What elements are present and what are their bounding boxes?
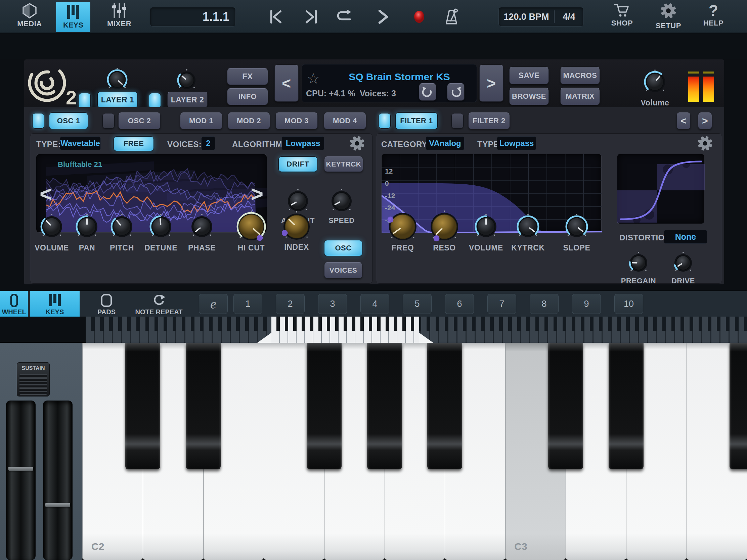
pattern-button-6[interactable]: 6 (445, 294, 474, 314)
skip-to-end-button[interactable] (302, 9, 320, 25)
layer2-tab[interactable]: LAYER 2 (167, 92, 208, 108)
phase-knob[interactable]: PHASE (182, 214, 222, 252)
pattern-button-8[interactable]: 8 (530, 294, 559, 314)
skip-to-start-button[interactable] (267, 9, 285, 25)
visible-range-window[interactable] (272, 317, 419, 343)
pattern-button-10[interactable]: 10 (614, 294, 643, 314)
hi-cut-knob[interactable]: HI CUT (231, 211, 272, 252)
wheel-tab[interactable]: WHEEL (0, 291, 29, 317)
pattern-button-1[interactable]: 1 (233, 294, 262, 314)
keytrck-button[interactable]: KEYTRCK (324, 156, 363, 172)
black-key[interactable] (548, 343, 583, 469)
osc-free-button[interactable]: FREE (113, 136, 154, 151)
fx-button[interactable]: FX (227, 68, 268, 85)
filter-settings-gear-icon[interactable] (697, 136, 713, 151)
undo-button[interactable] (419, 83, 436, 101)
pitch-knob[interactable]: PITCH (102, 214, 142, 252)
song-position-display[interactable]: 1.1.1 (150, 7, 236, 27)
matrix-button[interactable]: MATRIX (560, 88, 600, 105)
keys-tab[interactable]: KEYS (30, 291, 80, 317)
osc-algorithm-select[interactable]: Lowpass (281, 136, 325, 151)
osc-mode-button[interactable]: OSC (324, 240, 362, 256)
module-next-button[interactable]: > (698, 112, 712, 129)
freq-knob[interactable]: FREQ (383, 211, 423, 252)
filter-1-enable-toggle[interactable] (379, 113, 391, 129)
pitch-wheel[interactable] (6, 401, 35, 560)
layer1-tab[interactable]: LAYER 1 (97, 92, 138, 108)
kytrck-knob[interactable]: KYTRCK (508, 214, 548, 252)
tempo-display[interactable]: 120.0 BPM 4/4 (498, 7, 584, 27)
drive-knob[interactable]: DRIVE (663, 252, 703, 285)
black-key[interactable] (125, 343, 160, 469)
pregain-knob[interactable]: PREGAIN (618, 252, 659, 285)
shop-button[interactable]: SHOP (607, 3, 638, 28)
black-key[interactable] (307, 343, 342, 469)
drift-button[interactable]: DRIFT (279, 156, 317, 172)
preset-display[interactable]: ☆ SQ Brain Stormer KS CPU: +4.1 % Voices… (302, 64, 477, 102)
filter-2-enable-toggle[interactable] (452, 113, 464, 129)
edit-button[interactable]: e (199, 294, 228, 314)
pattern-button-5[interactable]: 5 (403, 294, 432, 314)
volume-knob[interactable]: VOLUME (31, 214, 72, 252)
pattern-button-2[interactable]: 2 (276, 294, 305, 314)
index-knob[interactable]: INDEX (277, 211, 317, 252)
layer2-enable-toggle[interactable] (149, 93, 161, 108)
tab-mod-3[interactable]: MOD 3 (276, 112, 318, 129)
favorite-star-icon[interactable]: ☆ (307, 70, 320, 87)
info-button[interactable]: INFO (227, 88, 268, 105)
osc-1-enable-toggle[interactable] (32, 113, 44, 129)
next-preset-button[interactable]: > (479, 65, 504, 102)
note-repeat-tab[interactable]: NOTE REPEAT (130, 294, 187, 316)
tab-filter-2[interactable]: FILTER 2 (468, 112, 510, 129)
pattern-button-3[interactable]: 3 (318, 294, 347, 314)
osc-type-select[interactable]: Wavetable (60, 136, 101, 151)
wavetable-prev-button[interactable]: < (40, 182, 52, 207)
osc-voices-value[interactable]: 2 (201, 136, 215, 151)
tab-osc-2[interactable]: OSC 2 (118, 112, 160, 129)
pads-tab[interactable]: PADS (88, 294, 125, 316)
voices-mode-button[interactable]: VOICES (324, 262, 362, 278)
drift-speed-knob[interactable]: SPEED (321, 189, 362, 225)
tab-mod-1[interactable]: MOD 1 (180, 112, 222, 129)
osc-settings-gear-icon[interactable] (349, 136, 365, 151)
layer1-enable-toggle[interactable] (79, 93, 91, 108)
tab-mod-4[interactable]: MOD 4 (324, 112, 366, 129)
filter-category-select[interactable]: VAnalog (426, 136, 465, 151)
reso-knob[interactable]: RESO (424, 211, 465, 252)
module-prev-button[interactable]: < (676, 112, 691, 129)
macros-button[interactable]: MACROS (560, 67, 600, 84)
record-button[interactable] (410, 9, 428, 25)
detune-knob[interactable]: DETUNE (141, 214, 181, 252)
slope-knob[interactable]: SLOPE (557, 214, 597, 252)
play-button[interactable] (374, 9, 392, 25)
save-button[interactable]: SAVE (509, 67, 549, 84)
tab-filter-1[interactable]: FILTER 1 (395, 112, 438, 129)
layer2-level-knob[interactable] (176, 69, 198, 91)
tab-mod-2[interactable]: MOD 2 (228, 112, 270, 129)
redo-button[interactable] (447, 83, 465, 101)
distortion-type-select[interactable]: None (664, 230, 707, 244)
pattern-button-7[interactable]: 7 (487, 294, 516, 314)
master-volume-knob[interactable]: Volume (635, 70, 675, 107)
black-key[interactable] (367, 343, 402, 469)
black-key[interactable] (427, 343, 462, 469)
filter-type-select[interactable]: Lowpass (497, 136, 536, 151)
range-handle-left[interactable] (257, 333, 272, 343)
distortion-shape-display[interactable] (617, 154, 704, 224)
wavetable-next-button[interactable]: > (251, 182, 263, 207)
black-key[interactable] (729, 343, 747, 469)
pan-knob[interactable]: PAN (67, 214, 107, 252)
layer1-level-knob[interactable] (105, 68, 129, 91)
loop-button[interactable] (336, 9, 353, 25)
sustain-button[interactable]: SUSTAIN (17, 362, 50, 397)
setup-button[interactable]: SETUP (653, 3, 684, 30)
black-key[interactable] (609, 343, 644, 469)
mixer-button[interactable]: MIXER (103, 3, 135, 28)
browse-button[interactable]: BROWSE (509, 88, 549, 105)
keys-button[interactable]: KEYS (56, 2, 91, 32)
help-button[interactable]: ? HELP (698, 3, 729, 28)
pattern-button-9[interactable]: 9 (572, 294, 601, 314)
volume-knob[interactable]: VOLUME (466, 214, 506, 252)
metronome-button[interactable] (443, 9, 460, 25)
pattern-button-4[interactable]: 4 (360, 294, 389, 314)
